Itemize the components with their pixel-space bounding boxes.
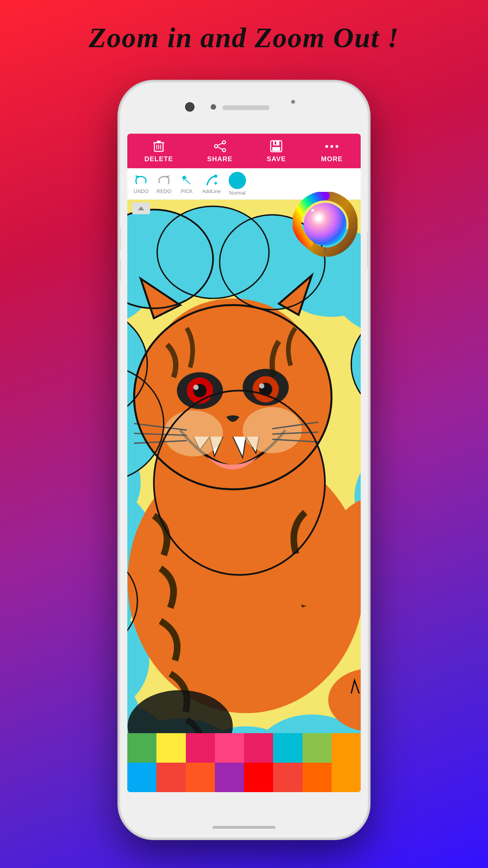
- normal-icon: [229, 172, 246, 189]
- more-label: MORE: [321, 155, 343, 163]
- color-pointer: [324, 247, 327, 254]
- svg-point-55: [164, 410, 223, 456]
- svg-rect-13: [272, 147, 280, 151]
- addline-icon: [204, 173, 219, 188]
- normal-button[interactable]: Normal: [226, 170, 249, 197]
- palette-color-darkorange[interactable]: [303, 763, 332, 792]
- redo-label: REDO: [157, 188, 172, 194]
- palette-color-tomato[interactable]: [273, 763, 302, 792]
- undo-icon: [134, 173, 149, 188]
- more-icon: [320, 139, 344, 154]
- sensor: [211, 104, 216, 110]
- undo-label: UNDO: [134, 188, 149, 194]
- palette-color-orange[interactable]: [332, 733, 361, 763]
- bottom-bezel: [120, 792, 368, 837]
- svg-point-8: [222, 149, 226, 152]
- collapse-tab[interactable]: [132, 202, 150, 214]
- svg-point-7: [222, 141, 226, 144]
- home-button-top: [291, 100, 295, 104]
- share-label: SHARE: [207, 155, 233, 163]
- tiger-illustration: [127, 200, 361, 792]
- phone-screen: DELETE SHARE: [127, 134, 361, 792]
- speaker: [222, 105, 270, 110]
- svg-point-53: [193, 385, 198, 390]
- power-button: [367, 232, 368, 267]
- addline-label: AddLine: [202, 188, 221, 194]
- normal-label: Normal: [229, 190, 246, 196]
- phone-frame: DELETE SHARE: [120, 83, 368, 837]
- undo-button[interactable]: UNDO: [130, 172, 152, 196]
- svg-point-56: [243, 407, 302, 453]
- svg-point-16: [214, 175, 217, 178]
- pick-button[interactable]: PICK: [176, 172, 197, 196]
- svg-point-6: [215, 145, 218, 148]
- delete-button[interactable]: DELETE: [144, 139, 173, 163]
- delete-icon: [152, 139, 166, 154]
- save-label: SAVE: [267, 155, 286, 163]
- color-wheel-inner: [304, 203, 347, 246]
- addline-button[interactable]: AddLine: [199, 172, 224, 196]
- palette-color-red[interactable]: [156, 763, 185, 792]
- svg-point-54: [259, 383, 264, 388]
- palette-color-hotpink[interactable]: [215, 733, 244, 763]
- delete-label: DELETE: [144, 155, 173, 163]
- front-camera: [185, 102, 194, 112]
- svg-line-9: [218, 143, 222, 145]
- redo-icon: [156, 173, 171, 188]
- volume-button-down: [120, 259, 121, 281]
- palette-color-cyan[interactable]: [273, 733, 302, 763]
- palette-color-green[interactable]: [127, 733, 156, 763]
- palette-color-amber[interactable]: [332, 763, 361, 792]
- palette-color-lightblue[interactable]: [127, 763, 156, 792]
- save-icon: [269, 139, 283, 154]
- app-header: DELETE SHARE: [127, 134, 361, 168]
- palette-color-deeporange[interactable]: [186, 763, 215, 792]
- pick-label: PICK: [181, 188, 193, 194]
- color-picker-cursor: [311, 208, 315, 212]
- pick-icon: [179, 173, 194, 188]
- more-button[interactable]: MORE: [320, 139, 344, 163]
- svg-rect-2: [157, 141, 161, 143]
- palette-color-lime[interactable]: [303, 733, 332, 763]
- redo-button[interactable]: REDO: [153, 172, 174, 196]
- share-icon: [213, 139, 227, 154]
- tiger-canvas[interactable]: [127, 200, 361, 792]
- palette-color-purple[interactable]: [215, 763, 244, 792]
- svg-line-10: [218, 147, 222, 149]
- color-wheel-popup[interactable]: [293, 192, 358, 257]
- page-title: Zoom in and Zoom Out !: [0, 22, 488, 54]
- home-indicator: [213, 826, 275, 829]
- volume-button-up: [120, 228, 121, 250]
- svg-rect-14: [275, 142, 276, 145]
- top-bezel: [120, 83, 368, 134]
- palette-color-crimson[interactable]: [244, 733, 273, 763]
- color-palette: [127, 733, 361, 792]
- palette-color-brightred[interactable]: [244, 763, 273, 792]
- save-button[interactable]: SAVE: [267, 139, 286, 163]
- share-button[interactable]: SHARE: [207, 139, 233, 163]
- palette-color-yellow[interactable]: [156, 733, 185, 763]
- palette-color-deeprose[interactable]: [186, 733, 215, 763]
